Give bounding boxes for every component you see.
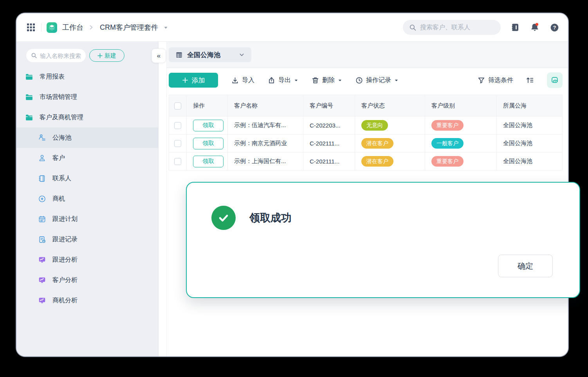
sidebar-item-common-reports[interactable]: 常用报表 — [16, 66, 158, 87]
plus-icon — [182, 77, 188, 83]
column-header-code: 客户编号 — [303, 95, 355, 117]
svg-text:?: ? — [553, 25, 556, 31]
level-badge: 一般客户 — [431, 138, 464, 149]
level-badge: 重要客户 — [431, 120, 464, 131]
caret-down-icon — [394, 78, 399, 83]
customer-name: 示例：上海国仁有... — [228, 153, 303, 171]
view-settings-button[interactable] — [547, 72, 563, 88]
help-icon[interactable]: ? — [549, 22, 559, 32]
confirm-button[interactable]: 确定 — [498, 255, 553, 277]
analysis-monitor-icon — [38, 256, 46, 264]
global-search-input[interactable] — [420, 24, 494, 31]
sidebar-item-follow-analysis[interactable]: 跟进分析 — [16, 250, 158, 270]
customer-code: C-202111... — [303, 135, 355, 153]
sidebar-search[interactable] — [26, 49, 86, 62]
pool-person-icon — [38, 134, 46, 142]
caret-down-icon — [294, 78, 298, 83]
row-checkbox[interactable] — [174, 122, 181, 129]
import-button[interactable]: 导入 — [231, 76, 254, 84]
breadcrumb-chevron-icon — [88, 25, 94, 30]
topbar-right: ? — [403, 20, 559, 35]
search-icon — [31, 52, 37, 59]
sort-icon[interactable] — [525, 75, 535, 85]
data-table: 操作 客户名称 客户编号 客户状态 客户级别 所属公海 领取 — [169, 95, 563, 171]
notebook-icon[interactable] — [510, 22, 520, 32]
sidebar-item-opportunity-analysis[interactable]: 商机分析 — [16, 290, 158, 311]
table-row: 领取 示例：伍迪汽车有... C-202203... 无意向 重要客户 全国公海… — [169, 117, 563, 135]
column-header-action: 操作 — [187, 95, 228, 117]
select-all-checkbox[interactable] — [174, 102, 181, 110]
new-button[interactable]: 新建 — [89, 49, 124, 62]
search-icon — [409, 24, 417, 31]
sidebar-item-follow-plan[interactable]: 跟进计划 — [16, 209, 158, 229]
folder-icon — [25, 73, 33, 81]
opportunity-compass-icon — [38, 195, 46, 203]
calendar-icon — [38, 215, 46, 223]
view-strip: 全国公海池 — [167, 42, 568, 68]
folder-open-icon — [25, 113, 33, 122]
table-view-icon — [175, 51, 183, 59]
level-badge: 重要客户 — [431, 156, 464, 167]
topbar-left: 工作台 CRM客户管理套件 — [26, 22, 168, 33]
breadcrumb-title[interactable]: CRM客户管理套件 — [100, 23, 158, 32]
sidebar-collapse-button[interactable]: « — [152, 48, 166, 63]
chevron-down-icon — [239, 52, 245, 58]
sidebar-item-customer-analysis[interactable]: 客户分析 — [16, 270, 158, 290]
topbar-divider — [41, 23, 41, 32]
main-gutter — [159, 42, 167, 357]
column-header-pool: 所属公海 — [497, 95, 563, 117]
filter-button[interactable]: 筛选条件 — [478, 76, 513, 84]
customer-name: 示例：伍迪汽车有... — [228, 117, 303, 135]
pool-name: 全国公海池 — [497, 117, 563, 135]
analysis-monitor-icon — [38, 296, 46, 305]
add-button[interactable]: 添加 — [169, 73, 218, 88]
export-button[interactable]: 导出 — [268, 76, 298, 84]
grid-menu-icon[interactable] — [26, 22, 36, 32]
sidebar-item-customer-management[interactable]: 客户及商机管理 — [16, 107, 158, 127]
plus-icon — [97, 53, 103, 58]
status-badge: 潜在客户 — [361, 156, 393, 167]
sidebar-item-marketing[interactable]: 市场营销管理 — [16, 87, 158, 107]
column-header-status: 客户状态 — [355, 95, 425, 117]
topbar: 工作台 CRM客户管理套件 ? — [16, 13, 568, 42]
column-header-name: 客户名称 — [228, 95, 303, 117]
dialog-title: 领取成功 — [249, 206, 292, 230]
notification-bell-icon[interactable] — [530, 22, 540, 32]
customer-code: C-202203... — [303, 117, 355, 135]
global-search[interactable] — [403, 20, 501, 35]
folder-icon — [25, 93, 33, 101]
analysis-monitor-icon — [38, 276, 46, 284]
sidebar-item-follow-records[interactable]: 跟进记录 — [16, 229, 158, 250]
claim-button[interactable]: 领取 — [193, 120, 224, 131]
customer-code: C-202111... — [303, 153, 355, 171]
sidebar-nav: 常用报表 市场营销管理 客户及商机管理 公海池 客户 — [16, 66, 158, 311]
view-selector[interactable]: 全国公海池 — [169, 47, 251, 62]
breadcrumb-caret-icon[interactable] — [163, 25, 168, 30]
sidebar-search-input[interactable] — [40, 52, 81, 59]
sidebar-item-public-pool[interactable]: 公海池 — [16, 127, 158, 148]
table-row: 领取 示例：上海国仁有... C-202111... 潜在客户 重要客户 全国公… — [169, 153, 563, 171]
person-icon — [38, 154, 46, 162]
success-dialog: 领取成功 确定 — [186, 182, 580, 298]
table-row: 领取 示例：南京元酒药业 C-202111... 潜在客户 一般客户 全国公海池 — [169, 135, 563, 153]
status-badge: 无意向 — [361, 120, 388, 131]
sidebar-item-customers[interactable]: 客户 — [16, 148, 158, 168]
operation-log-button[interactable]: 操作记录 — [355, 76, 399, 84]
status-badge: 潜在客户 — [361, 138, 393, 149]
table-header-row: 操作 客户名称 客户编号 客户状态 客户级别 所属公海 — [169, 95, 563, 117]
app-logo-icon[interactable] — [47, 22, 57, 33]
claim-button[interactable]: 领取 — [193, 156, 224, 167]
contact-book-icon — [38, 174, 46, 183]
claim-button[interactable]: 领取 — [193, 138, 224, 149]
delete-button[interactable]: 删除 — [312, 76, 342, 84]
pool-name: 全国公海池 — [497, 153, 563, 171]
view-selector-label: 全国公海池 — [187, 50, 220, 59]
sidebar-item-opportunities[interactable]: 商机 — [16, 188, 158, 209]
row-checkbox[interactable] — [174, 140, 181, 147]
app-name[interactable]: 工作台 — [62, 23, 83, 32]
customer-name: 示例：南京元酒药业 — [228, 135, 303, 153]
record-doc-icon — [38, 235, 46, 244]
sidebar-item-contacts[interactable]: 联系人 — [16, 168, 158, 188]
row-checkbox[interactable] — [174, 158, 181, 165]
toolbar: 添加 导入 导出 删除 — [167, 68, 568, 92]
